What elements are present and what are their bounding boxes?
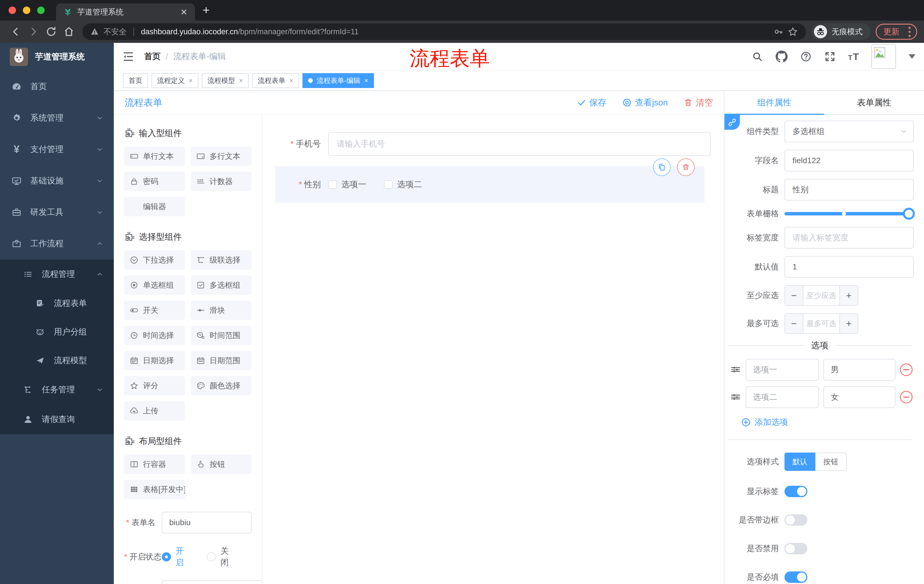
- drag-handle-icon[interactable]: [730, 364, 741, 375]
- breadcrumb-home[interactable]: 首页: [144, 51, 161, 62]
- tab-component-props[interactable]: 组件属性: [724, 91, 824, 114]
- increase-button[interactable]: +: [840, 314, 858, 333]
- tag-home[interactable]: 首页: [123, 73, 148, 88]
- status-off-radio[interactable]: 关闭: [207, 545, 236, 568]
- close-window-button[interactable]: [8, 7, 16, 14]
- palette-item-switch[interactable]: 开关: [124, 301, 185, 320]
- github-icon[interactable]: [776, 51, 788, 63]
- sidebar-item-user-group[interactable]: 用户分组: [0, 318, 114, 346]
- new-tab-button[interactable]: +: [198, 2, 214, 18]
- palette-item-time-range[interactable]: 时间范围: [191, 326, 252, 345]
- delete-component-button[interactable]: [677, 158, 695, 176]
- palette-item-password[interactable]: 密码: [124, 172, 185, 191]
- sidebar-item-workflow[interactable]: 工作流程: [0, 228, 114, 260]
- field-name-input[interactable]: [784, 150, 914, 171]
- form-remark-textarea[interactable]: 嘿嘿: [162, 580, 262, 584]
- sidebar-fold-icon[interactable]: [122, 51, 134, 63]
- component-type-value[interactable]: [784, 120, 914, 142]
- home-icon[interactable]: [60, 23, 78, 41]
- palette-item-cascader[interactable]: 级联选择: [191, 250, 252, 270]
- maximize-window-button[interactable]: [37, 7, 45, 14]
- sidebar-item-task-mgmt[interactable]: 任务管理: [0, 375, 114, 405]
- tag-close-icon[interactable]: ×: [239, 77, 243, 85]
- tab-form-props[interactable]: 表单属性: [824, 91, 924, 114]
- password-key-icon[interactable]: [773, 27, 783, 36]
- gender-option-2-checkbox[interactable]: 选项二: [384, 179, 422, 190]
- sidebar-item-leave-query[interactable]: 请假查询: [0, 405, 114, 434]
- style-default-button[interactable]: 默认: [784, 452, 815, 471]
- min-checked-stepper[interactable]: − 至少应选 +: [784, 285, 858, 306]
- default-value-input[interactable]: [784, 256, 914, 278]
- option-2-label-input[interactable]: [746, 386, 819, 408]
- remove-option-button[interactable]: [900, 391, 912, 403]
- option-1-value-input[interactable]: [823, 359, 895, 380]
- palette-item-button[interactable]: 按钮: [191, 454, 252, 474]
- decrease-button[interactable]: −: [785, 314, 803, 333]
- option-1-label-input[interactable]: [746, 359, 819, 380]
- security-warning-icon[interactable]: [90, 28, 99, 36]
- required-switch[interactable]: [784, 571, 807, 583]
- tag-process-model[interactable]: 流程模型×: [202, 73, 249, 88]
- palette-item-counter[interactable]: 123 计数器: [191, 172, 252, 191]
- tag-process-definition[interactable]: 流程定义×: [152, 73, 198, 88]
- forward-icon[interactable]: [25, 23, 42, 41]
- slider-handle[interactable]: [903, 208, 915, 220]
- palette-item-upload[interactable]: 上传: [124, 401, 185, 421]
- palette-item-time-picker[interactable]: 时间选择: [124, 326, 185, 345]
- label-width-input[interactable]: [784, 227, 914, 248]
- reload-icon[interactable]: [42, 23, 60, 41]
- back-icon[interactable]: [7, 23, 25, 41]
- search-icon[interactable]: [752, 51, 763, 62]
- palette-item-color-picker[interactable]: 颜色选择: [191, 376, 252, 395]
- palette-item-editor[interactable]: 编辑器: [124, 197, 185, 216]
- palette-item-date-picker[interactable]: 日期选择: [124, 351, 185, 370]
- tag-close-icon[interactable]: ×: [364, 77, 368, 85]
- save-button[interactable]: 保存: [577, 97, 606, 109]
- canvas-field-phone[interactable]: 手机号 请输入手机号: [269, 132, 711, 156]
- show-label-switch[interactable]: [784, 486, 807, 497]
- copy-component-button[interactable]: [653, 158, 671, 176]
- sidebar-item-payment[interactable]: ¥ 支付管理: [0, 134, 114, 165]
- fullscreen-icon[interactable]: [824, 51, 836, 62]
- palette-item-multi-text[interactable]: 多行文本: [191, 146, 252, 166]
- phone-input[interactable]: 请输入手机号: [328, 132, 711, 156]
- max-checked-value[interactable]: 最多可选: [803, 314, 840, 333]
- tab-close-icon[interactable]: ✕: [180, 7, 188, 17]
- remove-option-button[interactable]: [900, 364, 912, 376]
- bookmark-star-icon[interactable]: [788, 26, 798, 37]
- avatar[interactable]: [871, 44, 896, 69]
- drag-handle-icon[interactable]: [730, 392, 741, 403]
- palette-item-date-range[interactable]: 日期范围: [191, 351, 252, 370]
- address-bar[interactable]: 不安全 dashboard.yudao.iocoder.cn/bpm/manag…: [82, 23, 806, 40]
- link-drawer-handle[interactable]: [724, 115, 740, 130]
- palette-item-table[interactable]: 表格[开发中]: [124, 480, 185, 499]
- font-size-icon[interactable]: TT: [848, 51, 859, 62]
- form-name-input[interactable]: [162, 512, 252, 533]
- user-menu-caret-icon[interactable]: [909, 54, 916, 59]
- gender-option-1-checkbox[interactable]: 选项一: [328, 179, 366, 190]
- form-grid-slider[interactable]: [784, 208, 914, 219]
- sidebar-item-process-mgmt[interactable]: 流程管理: [0, 260, 114, 289]
- palette-item-checkbox-group[interactable]: 多选框组: [191, 275, 252, 295]
- canvas-field-gender-selected[interactable]: 性别 选项一 选项二: [275, 166, 705, 203]
- minimize-window-button[interactable]: [23, 7, 30, 14]
- clear-button[interactable]: 清空: [684, 97, 713, 109]
- sidebar-item-process-form[interactable]: 流程表单: [0, 289, 114, 318]
- palette-item-select[interactable]: 下拉选择: [124, 250, 185, 270]
- increase-button[interactable]: +: [840, 286, 858, 305]
- browser-update-button[interactable]: 更新: [876, 24, 917, 40]
- border-switch[interactable]: [784, 514, 807, 526]
- disabled-switch[interactable]: [784, 543, 807, 554]
- sidebar-item-home[interactable]: 首页: [0, 71, 114, 102]
- sidebar-item-devtools[interactable]: 研发工具: [0, 197, 114, 228]
- sidebar-logo[interactable]: 芋道管理系统: [0, 43, 114, 71]
- max-checked-stepper[interactable]: − 最多可选 +: [784, 313, 858, 334]
- sidebar-item-system[interactable]: 系统管理: [0, 102, 114, 134]
- status-on-radio[interactable]: 开启: [162, 545, 191, 568]
- form-canvas[interactable]: 手机号 请输入手机号: [262, 115, 724, 584]
- view-json-button[interactable]: 查看json: [622, 97, 668, 109]
- palette-item-slider[interactable]: 滑块: [191, 301, 252, 320]
- tag-close-icon[interactable]: ×: [289, 77, 293, 85]
- title-input[interactable]: [784, 179, 914, 201]
- slider-track[interactable]: [784, 212, 914, 216]
